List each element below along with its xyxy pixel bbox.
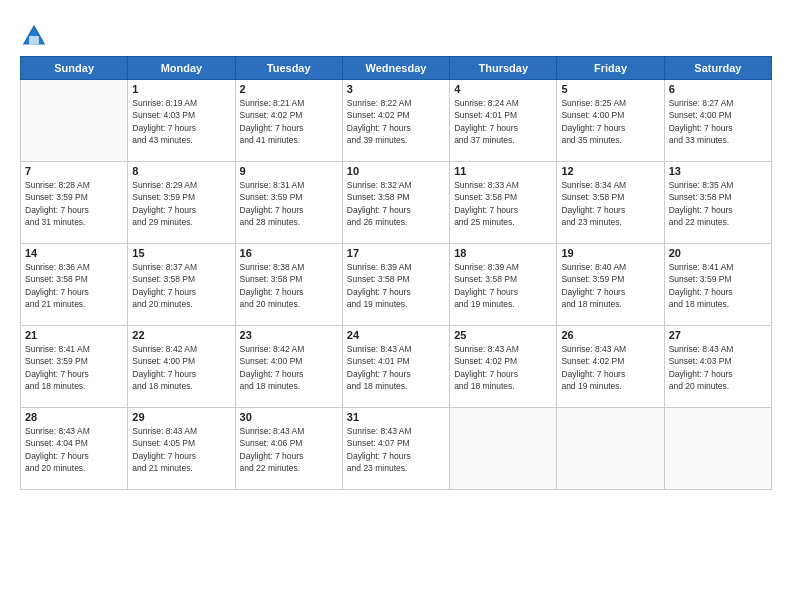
day-number: 17: [347, 247, 445, 259]
weekday-header-wednesday: Wednesday: [342, 57, 449, 80]
day-number: 15: [132, 247, 230, 259]
day-number: 19: [561, 247, 659, 259]
calendar-cell: 1Sunrise: 8:19 AM Sunset: 4:03 PM Daylig…: [128, 80, 235, 162]
header: [20, 18, 772, 50]
calendar-week-row: 21Sunrise: 8:41 AM Sunset: 3:59 PM Dayli…: [21, 326, 772, 408]
day-info: Sunrise: 8:22 AM Sunset: 4:02 PM Dayligh…: [347, 97, 445, 146]
calendar-cell: 4Sunrise: 8:24 AM Sunset: 4:01 PM Daylig…: [450, 80, 557, 162]
calendar-cell: [21, 80, 128, 162]
weekday-header-thursday: Thursday: [450, 57, 557, 80]
day-info: Sunrise: 8:41 AM Sunset: 3:59 PM Dayligh…: [669, 261, 767, 310]
calendar-cell: 20Sunrise: 8:41 AM Sunset: 3:59 PM Dayli…: [664, 244, 771, 326]
calendar-cell: 3Sunrise: 8:22 AM Sunset: 4:02 PM Daylig…: [342, 80, 449, 162]
day-number: 30: [240, 411, 338, 423]
day-info: Sunrise: 8:27 AM Sunset: 4:00 PM Dayligh…: [669, 97, 767, 146]
calendar-cell: [557, 408, 664, 490]
day-info: Sunrise: 8:19 AM Sunset: 4:03 PM Dayligh…: [132, 97, 230, 146]
calendar-cell: 29Sunrise: 8:43 AM Sunset: 4:05 PM Dayli…: [128, 408, 235, 490]
day-number: 27: [669, 329, 767, 341]
calendar-cell: 11Sunrise: 8:33 AM Sunset: 3:58 PM Dayli…: [450, 162, 557, 244]
day-number: 5: [561, 83, 659, 95]
day-number: 7: [25, 165, 123, 177]
day-info: Sunrise: 8:39 AM Sunset: 3:58 PM Dayligh…: [347, 261, 445, 310]
calendar-cell: 9Sunrise: 8:31 AM Sunset: 3:59 PM Daylig…: [235, 162, 342, 244]
day-info: Sunrise: 8:43 AM Sunset: 4:06 PM Dayligh…: [240, 425, 338, 474]
day-info: Sunrise: 8:43 AM Sunset: 4:01 PM Dayligh…: [347, 343, 445, 392]
calendar-cell: 6Sunrise: 8:27 AM Sunset: 4:00 PM Daylig…: [664, 80, 771, 162]
day-info: Sunrise: 8:42 AM Sunset: 4:00 PM Dayligh…: [132, 343, 230, 392]
day-number: 4: [454, 83, 552, 95]
day-number: 9: [240, 165, 338, 177]
day-info: Sunrise: 8:21 AM Sunset: 4:02 PM Dayligh…: [240, 97, 338, 146]
day-number: 28: [25, 411, 123, 423]
calendar-cell: 13Sunrise: 8:35 AM Sunset: 3:58 PM Dayli…: [664, 162, 771, 244]
calendar-cell: 7Sunrise: 8:28 AM Sunset: 3:59 PM Daylig…: [21, 162, 128, 244]
day-number: 3: [347, 83, 445, 95]
calendar-cell: 17Sunrise: 8:39 AM Sunset: 3:58 PM Dayli…: [342, 244, 449, 326]
weekday-header-friday: Friday: [557, 57, 664, 80]
day-info: Sunrise: 8:43 AM Sunset: 4:02 PM Dayligh…: [561, 343, 659, 392]
calendar-cell: 26Sunrise: 8:43 AM Sunset: 4:02 PM Dayli…: [557, 326, 664, 408]
calendar-week-row: 28Sunrise: 8:43 AM Sunset: 4:04 PM Dayli…: [21, 408, 772, 490]
calendar-cell: 8Sunrise: 8:29 AM Sunset: 3:59 PM Daylig…: [128, 162, 235, 244]
calendar-cell: 2Sunrise: 8:21 AM Sunset: 4:02 PM Daylig…: [235, 80, 342, 162]
calendar-cell: [664, 408, 771, 490]
day-info: Sunrise: 8:43 AM Sunset: 4:05 PM Dayligh…: [132, 425, 230, 474]
day-info: Sunrise: 8:28 AM Sunset: 3:59 PM Dayligh…: [25, 179, 123, 228]
day-info: Sunrise: 8:32 AM Sunset: 3:58 PM Dayligh…: [347, 179, 445, 228]
day-info: Sunrise: 8:40 AM Sunset: 3:59 PM Dayligh…: [561, 261, 659, 310]
weekday-header-row: SundayMondayTuesdayWednesdayThursdayFrid…: [21, 57, 772, 80]
day-number: 22: [132, 329, 230, 341]
day-number: 18: [454, 247, 552, 259]
calendar-cell: 31Sunrise: 8:43 AM Sunset: 4:07 PM Dayli…: [342, 408, 449, 490]
calendar-cell: 10Sunrise: 8:32 AM Sunset: 3:58 PM Dayli…: [342, 162, 449, 244]
calendar-cell: 25Sunrise: 8:43 AM Sunset: 4:02 PM Dayli…: [450, 326, 557, 408]
day-number: 8: [132, 165, 230, 177]
logo: [20, 22, 52, 50]
calendar-body: 1Sunrise: 8:19 AM Sunset: 4:03 PM Daylig…: [21, 80, 772, 490]
day-info: Sunrise: 8:38 AM Sunset: 3:58 PM Dayligh…: [240, 261, 338, 310]
calendar-cell: 12Sunrise: 8:34 AM Sunset: 3:58 PM Dayli…: [557, 162, 664, 244]
day-number: 24: [347, 329, 445, 341]
calendar-cell: 5Sunrise: 8:25 AM Sunset: 4:00 PM Daylig…: [557, 80, 664, 162]
calendar-table: SundayMondayTuesdayWednesdayThursdayFrid…: [20, 56, 772, 490]
page: SundayMondayTuesdayWednesdayThursdayFrid…: [0, 0, 792, 612]
weekday-header-saturday: Saturday: [664, 57, 771, 80]
day-number: 31: [347, 411, 445, 423]
day-info: Sunrise: 8:37 AM Sunset: 3:58 PM Dayligh…: [132, 261, 230, 310]
day-info: Sunrise: 8:42 AM Sunset: 4:00 PM Dayligh…: [240, 343, 338, 392]
day-info: Sunrise: 8:43 AM Sunset: 4:03 PM Dayligh…: [669, 343, 767, 392]
calendar-cell: 21Sunrise: 8:41 AM Sunset: 3:59 PM Dayli…: [21, 326, 128, 408]
day-number: 29: [132, 411, 230, 423]
day-number: 20: [669, 247, 767, 259]
calendar-week-row: 7Sunrise: 8:28 AM Sunset: 3:59 PM Daylig…: [21, 162, 772, 244]
calendar-cell: 18Sunrise: 8:39 AM Sunset: 3:58 PM Dayli…: [450, 244, 557, 326]
day-number: 6: [669, 83, 767, 95]
day-number: 26: [561, 329, 659, 341]
day-number: 2: [240, 83, 338, 95]
weekday-header-monday: Monday: [128, 57, 235, 80]
day-info: Sunrise: 8:25 AM Sunset: 4:00 PM Dayligh…: [561, 97, 659, 146]
day-info: Sunrise: 8:35 AM Sunset: 3:58 PM Dayligh…: [669, 179, 767, 228]
day-info: Sunrise: 8:33 AM Sunset: 3:58 PM Dayligh…: [454, 179, 552, 228]
calendar-cell: 22Sunrise: 8:42 AM Sunset: 4:00 PM Dayli…: [128, 326, 235, 408]
weekday-header-sunday: Sunday: [21, 57, 128, 80]
day-info: Sunrise: 8:36 AM Sunset: 3:58 PM Dayligh…: [25, 261, 123, 310]
day-number: 21: [25, 329, 123, 341]
calendar-cell: 16Sunrise: 8:38 AM Sunset: 3:58 PM Dayli…: [235, 244, 342, 326]
day-number: 25: [454, 329, 552, 341]
day-number: 14: [25, 247, 123, 259]
day-info: Sunrise: 8:31 AM Sunset: 3:59 PM Dayligh…: [240, 179, 338, 228]
logo-icon: [20, 22, 48, 50]
day-info: Sunrise: 8:34 AM Sunset: 3:58 PM Dayligh…: [561, 179, 659, 228]
calendar-week-row: 14Sunrise: 8:36 AM Sunset: 3:58 PM Dayli…: [21, 244, 772, 326]
day-number: 11: [454, 165, 552, 177]
calendar-cell: 28Sunrise: 8:43 AM Sunset: 4:04 PM Dayli…: [21, 408, 128, 490]
day-number: 1: [132, 83, 230, 95]
calendar-week-row: 1Sunrise: 8:19 AM Sunset: 4:03 PM Daylig…: [21, 80, 772, 162]
day-number: 16: [240, 247, 338, 259]
day-info: Sunrise: 8:39 AM Sunset: 3:58 PM Dayligh…: [454, 261, 552, 310]
day-number: 23: [240, 329, 338, 341]
day-info: Sunrise: 8:43 AM Sunset: 4:02 PM Dayligh…: [454, 343, 552, 392]
calendar-cell: 30Sunrise: 8:43 AM Sunset: 4:06 PM Dayli…: [235, 408, 342, 490]
